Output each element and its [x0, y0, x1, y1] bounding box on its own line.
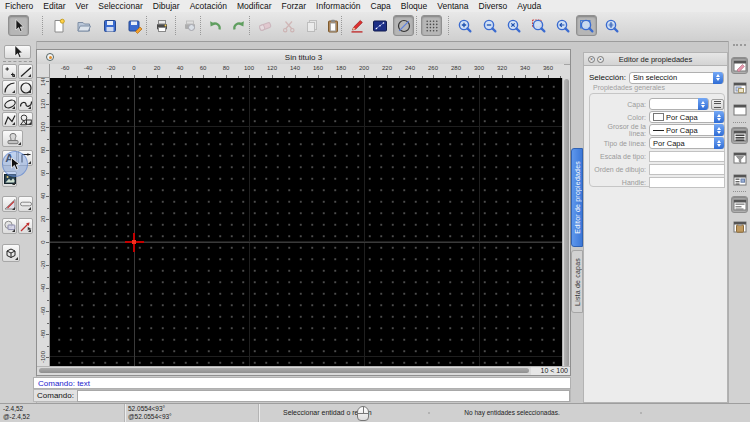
print-preview-button[interactable]	[179, 15, 200, 36]
vertical-scrollbar-thumb[interactable]	[564, 79, 569, 367]
undo-button[interactable]	[204, 15, 225, 36]
zoom-in-button[interactable]	[454, 15, 475, 36]
save-button[interactable]	[99, 15, 120, 36]
dock-property-editor-toggle[interactable]	[731, 57, 748, 74]
property-combobox[interactable]: Por Capa	[649, 111, 725, 123]
menu-diverso[interactable]: Diverso	[479, 1, 508, 11]
layer-menu-button[interactable]	[711, 99, 724, 110]
tool-points[interactable]	[2, 64, 17, 79]
tool-hatch[interactable]	[2, 196, 17, 212]
dock-blank-window-toggle[interactable]	[731, 101, 748, 118]
tool-dim-horizontal[interactable]	[18, 196, 33, 212]
horizontal-scrollbar[interactable]	[37, 367, 531, 375]
tool-isometric[interactable]	[2, 244, 20, 262]
status-divider	[258, 404, 260, 422]
drawing-canvas[interactable]	[50, 78, 564, 369]
property-combobox[interactable]: Por Capa	[649, 137, 725, 149]
menu-capa[interactable]: Capa	[371, 1, 391, 11]
open-file-button[interactable]	[73, 15, 94, 36]
menu-bloque[interactable]: Bloque	[401, 1, 427, 11]
menu-dibujar[interactable]: Dibujar	[153, 1, 180, 11]
dock-block-list-toggle[interactable]	[731, 127, 748, 144]
tool-arc[interactable]	[2, 80, 17, 95]
property-combobox[interactable]	[649, 98, 709, 110]
new-file-button[interactable]	[48, 15, 69, 36]
menu-acotacion[interactable]: Acotación	[190, 1, 227, 11]
tool-circle[interactable]	[18, 80, 33, 95]
tool-stamp[interactable]	[2, 130, 23, 147]
property-text-field[interactable]	[649, 177, 725, 188]
tool-measure[interactable]	[18, 218, 33, 234]
selection-status: No hay entidades seleccionadas.	[437, 409, 587, 416]
float-icon[interactable]: •	[597, 56, 604, 63]
selection-combobox[interactable]: Sin selección	[629, 72, 724, 84]
menu-ayuda[interactable]: Ayuda	[517, 1, 541, 11]
save-as-button[interactable]	[124, 15, 145, 36]
select-arrow-button[interactable]	[8, 15, 29, 36]
property-text-field[interactable]	[649, 164, 725, 175]
close-icon[interactable]: ×	[588, 56, 595, 63]
horizontal-scrollbar-thumb[interactable]	[39, 368, 529, 373]
save-edit-icon	[127, 18, 143, 34]
chevron-up-down-icon[interactable]	[713, 72, 723, 84]
zoom-in-icon	[457, 18, 473, 34]
h-ruler-label: -60	[53, 65, 77, 71]
cursor-icon	[11, 18, 27, 34]
dock-clipboard-toggle[interactable]	[731, 218, 748, 235]
menu-ver[interactable]: Ver	[76, 1, 89, 11]
cut-button[interactable]	[278, 15, 299, 36]
zoom-out-button[interactable]	[479, 15, 500, 36]
draft-view-button[interactable]	[369, 15, 390, 36]
h-ruler-label: 200	[352, 65, 376, 71]
menu-seleccionar[interactable]: Seleccionar	[98, 1, 142, 11]
tool-polyline[interactable]	[2, 112, 17, 127]
menu-editar[interactable]: Editar	[43, 1, 65, 11]
zoom-redraw-icon	[604, 18, 620, 34]
tab-layer-list[interactable]: Lista de capas	[571, 250, 583, 313]
print-icon	[154, 18, 170, 34]
edit-pencil-button[interactable]	[346, 15, 367, 36]
property-label: Color:	[590, 114, 649, 121]
paste-button[interactable]	[322, 15, 343, 36]
tool-shapes[interactable]	[18, 112, 33, 127]
snap-grid-button[interactable]	[421, 15, 442, 36]
tool-ellipse[interactable]	[2, 96, 17, 111]
h-ruler-label: 320	[490, 65, 514, 71]
chevron-up-down-icon[interactable]	[714, 137, 724, 149]
property-combobox[interactable]: Por Capa	[649, 124, 725, 136]
tab-property-editor[interactable]: Editor de propiedades	[571, 148, 583, 247]
property-text-field[interactable]	[649, 151, 725, 162]
vertical-scrollbar[interactable]	[562, 78, 570, 369]
copy-button[interactable]	[301, 15, 322, 36]
dock-layer-list-toggle[interactable]	[731, 79, 748, 96]
zoom-pan-button[interactable]	[576, 15, 597, 36]
tool-spline[interactable]	[18, 96, 33, 111]
delete-button[interactable]	[254, 15, 275, 36]
menu-modificar[interactable]: Modificar	[237, 1, 271, 11]
zoom-redraw-button[interactable]	[601, 15, 622, 36]
toolbar-separator	[200, 16, 201, 35]
menu-ventana[interactable]: Ventana	[437, 1, 468, 11]
zoom-previous-button[interactable]	[552, 15, 573, 36]
tool-order[interactable]	[2, 218, 17, 234]
menu-informacion[interactable]: Información	[316, 1, 360, 11]
chevron-up-down-icon[interactable]	[714, 124, 724, 136]
command-input[interactable]	[77, 390, 570, 402]
menu-forzar[interactable]: Forzar	[282, 1, 307, 11]
dock-handle[interactable]	[733, 44, 746, 46]
zoom-auto-button[interactable]	[503, 15, 524, 36]
menu-fichero[interactable]: Fichero	[5, 1, 33, 11]
tool-select[interactable]	[4, 45, 31, 59]
tool-line[interactable]	[18, 64, 33, 79]
chevron-up-down-icon[interactable]	[714, 111, 724, 123]
zoom-window-button[interactable]	[528, 15, 549, 36]
dock-filter-toggle[interactable]	[731, 149, 748, 166]
y-axis-line	[134, 78, 135, 369]
dock-form-toggle[interactable]	[731, 196, 748, 213]
print-button[interactable]	[151, 15, 172, 36]
redo-button[interactable]	[228, 15, 249, 36]
dock-library-toggle[interactable]	[731, 171, 748, 188]
snap-free-button[interactable]	[393, 15, 414, 36]
status-bar: -2.4,52 @-2.4,52 52.0554<93° @52.0554<93…	[0, 403, 750, 422]
chevron-up-down-icon[interactable]	[698, 98, 708, 110]
